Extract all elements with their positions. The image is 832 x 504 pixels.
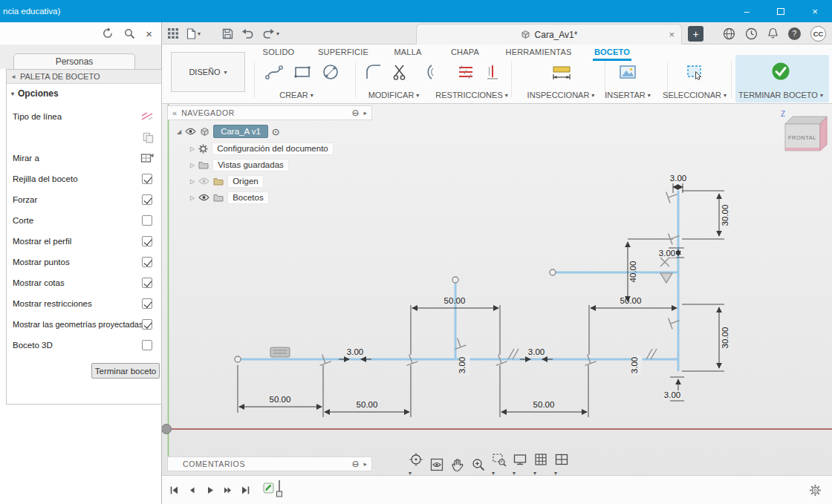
maximize-button[interactable] — [764, 0, 798, 22]
tab-personas[interactable]: Personas — [13, 53, 135, 69]
collapsed-arrow-icon[interactable]: ▷ — [190, 194, 195, 201]
expand-right-icon[interactable]: ▸ — [363, 109, 367, 117]
comments-panel-header[interactable]: COMENTARIOS ⊖ ▸ — [167, 456, 372, 471]
palette-row-look-at[interactable]: Mirar a — [7, 148, 161, 168]
group-modificar[interactable]: MODIFICAR▾ — [368, 91, 420, 99]
document-tab[interactable]: Cara_Av1* × — [416, 24, 682, 45]
group-inspeccionar[interactable]: INSPECCIONAR▾ — [527, 91, 595, 99]
pan-tool[interactable] — [450, 457, 465, 472]
construction-icon[interactable] — [143, 132, 154, 143]
palette-row-grid[interactable]: Rejilla del boceto — [7, 168, 161, 189]
redo-icon[interactable]: ▾ — [262, 28, 279, 39]
snap-checkbox[interactable] — [142, 194, 152, 205]
trim-scissors-icon[interactable] — [391, 62, 410, 82]
navigator-item-label[interactable]: Bocetos — [227, 192, 269, 204]
close-tab-icon[interactable]: × — [669, 29, 675, 40]
visibility-eye-off-icon[interactable] — [198, 177, 209, 185]
collapsed-arrow-icon[interactable]: ▷ — [190, 178, 195, 185]
collapsed-arrow-icon[interactable]: ▷ — [190, 145, 195, 152]
visibility-eye-icon[interactable] — [198, 194, 209, 201]
timeline-settings-gear-icon[interactable] — [809, 484, 822, 497]
line-type-icon[interactable] — [140, 111, 154, 122]
undo-icon[interactable] — [241, 28, 254, 39]
finish-sketch-check-icon[interactable] — [770, 61, 791, 82]
expand-right-icon[interactable]: ▸ — [363, 460, 367, 468]
navigator-item-label[interactable]: Vistas guardadas — [212, 159, 289, 171]
palette-row-points[interactable]: Mostrar puntos — [7, 252, 161, 272]
navigator-item-doc-settings[interactable]: ▷ Configuración del documento — [190, 141, 334, 156]
cube-bottom-edge[interactable] — [785, 148, 820, 151]
navigator-item-label[interactable]: Origen — [227, 175, 264, 188]
navigator-root-row[interactable]: ◢ Cara_A v1 ⊙ — [177, 124, 280, 139]
look-at-tool[interactable] — [429, 457, 444, 472]
collapse-icon[interactable]: « — [172, 108, 177, 117]
palette-row-profile[interactable]: Mostrar el perfil — [7, 231, 161, 252]
ribbon-tab-chapa[interactable]: CHAPA — [451, 48, 479, 56]
collapsed-arrow-icon[interactable]: ▷ — [190, 162, 195, 168]
expanded-arrow-icon[interactable]: ◢ — [177, 128, 181, 135]
palette-row-projected[interactable]: Mostrar las geometrías proyectadas — [7, 314, 161, 335]
group-restricciones[interactable]: RESTRICCIONES▾ — [435, 91, 507, 99]
extensions-globe-icon[interactable] — [723, 27, 735, 40]
display-settings-tool[interactable]: ▾ — [513, 452, 527, 475]
app-grid-icon[interactable] — [168, 28, 178, 39]
select-window-icon[interactable] — [685, 62, 704, 82]
palette-row-constraints[interactable]: Mostrar restricciones — [7, 293, 161, 314]
ribbon-tab-malla[interactable]: MALLA — [394, 48, 421, 56]
palette-row-snap[interactable]: Forzar — [7, 189, 161, 210]
timeline-sketch-feature[interactable] — [263, 482, 274, 494]
constraints-checkbox[interactable] — [142, 298, 152, 309]
model-canvas[interactable]: 50.00 50.00 50.00 50.00 50.00 40.00 30.0… — [162, 104, 832, 475]
new-tab-button[interactable]: + — [688, 26, 703, 42]
vertical-constraint-icon[interactable] — [483, 62, 502, 82]
orbit-tool[interactable]: ▾ — [409, 452, 423, 475]
cube-top-face[interactable] — [785, 117, 827, 124]
grid-checkbox[interactable] — [142, 174, 152, 184]
palette-row-line-type[interactable]: Tipo de línea — [7, 106, 161, 127]
panel-options-icon[interactable]: ⊖ — [351, 108, 359, 118]
look-at-icon[interactable] — [140, 153, 154, 163]
grid-settings-tool[interactable]: ▾ — [533, 452, 548, 475]
activate-radio-icon[interactable]: ⊙ — [272, 126, 280, 137]
sketch-palette-header[interactable]: ◄ PALETA DE BOCETO — [7, 70, 161, 84]
circle-tool-icon[interactable] — [321, 62, 340, 82]
zoom-tool[interactable] — [471, 457, 486, 472]
search-icon[interactable] — [124, 28, 135, 39]
palette-row-3d-sketch[interactable]: Boceto 3D — [7, 335, 161, 356]
ribbon-tab-herramientas[interactable]: HERRAMIENTAS — [506, 48, 572, 56]
close-panel-icon[interactable]: × — [146, 28, 152, 39]
points-checkbox[interactable] — [142, 257, 152, 267]
close-button[interactable]: × — [798, 0, 832, 22]
viewports-tool[interactable]: ▾ — [554, 452, 569, 475]
palette-row-dimensions[interactable]: Mostrar cotas — [7, 272, 161, 293]
play-button[interactable] — [205, 485, 215, 495]
projected-checkbox[interactable] — [142, 319, 152, 330]
zoom-window-tool[interactable]: ▾ — [492, 452, 507, 475]
navigator-item-label[interactable]: Configuración del documento — [212, 143, 334, 155]
timeline-position-marker[interactable] — [276, 480, 283, 498]
ribbon-tab-superficie[interactable]: SUPERFICIE — [318, 48, 368, 56]
group-seleccionar[interactable]: SELECCIONAR▾ — [663, 91, 727, 99]
dimension-texts[interactable]: 50.00 50.00 50.00 50.00 50.00 40.00 30.0… — [270, 174, 729, 409]
go-to-start-button[interactable] — [169, 485, 179, 495]
fillet-tool-icon[interactable] — [364, 62, 383, 82]
constraint-glyphs[interactable] — [270, 189, 681, 365]
rectangle-tool-icon[interactable] — [293, 62, 312, 82]
save-icon[interactable] — [222, 28, 233, 39]
ribbon-tab-boceto[interactable]: BOCETO — [594, 48, 630, 56]
navigator-item-saved-views[interactable]: ▷ Vistas guardadas — [190, 157, 289, 172]
notifications-bell-icon[interactable] — [767, 27, 779, 39]
slice-checkbox[interactable] — [142, 215, 152, 226]
group-crear[interactable]: CREAR▾ — [279, 91, 313, 99]
step-back-button[interactable] — [187, 485, 197, 495]
visibility-eye-icon[interactable] — [185, 128, 196, 135]
finish-sketch-button[interactable]: Terminar boceto — [91, 363, 160, 379]
navigator-item-origin[interactable]: ▷ Origen — [190, 174, 264, 189]
dimensions-checkbox[interactable] — [142, 278, 152, 288]
ribbon-tab-solido[interactable]: SOLIDO — [263, 48, 295, 56]
horizontal-constraint-icon[interactable] — [456, 62, 475, 82]
panel-options-icon[interactable]: ⊖ — [351, 459, 359, 469]
origin-point[interactable] — [162, 425, 172, 434]
go-to-end-button[interactable] — [241, 485, 250, 495]
navigator-root-label[interactable]: Cara_A v1 — [213, 125, 268, 138]
